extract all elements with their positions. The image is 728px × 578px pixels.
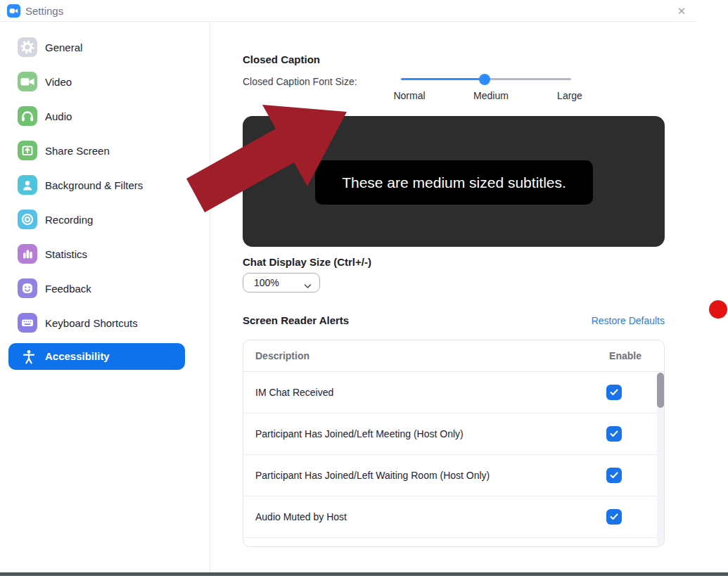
table-row: Participant Has Joined/Left Meeting (Hos…: [243, 413, 664, 455]
table-row: Participant Has Joined/Left Waiting Room…: [243, 455, 664, 496]
close-icon[interactable]: ✕: [670, 1, 694, 20]
closed-caption-heading: Closed Caption: [243, 53, 320, 65]
share-screen-icon: [18, 141, 37, 160]
enable-checkbox[interactable]: [606, 509, 622, 525]
sidebar-item-label: Share Screen: [45, 134, 110, 168]
bottom-edge-bar: [0, 572, 728, 576]
caption-bubble: These are medium sized subtitles.: [315, 160, 593, 205]
chat-display-size-heading: Chat Display Size (Ctrl+/-): [243, 256, 371, 268]
restore-defaults-link[interactable]: Restore Defaults: [592, 315, 665, 326]
annotation-red-dot: [709, 300, 727, 319]
sidebar-item-general[interactable]: General: [0, 30, 210, 65]
sidebar-item-label: Background & Filters: [45, 168, 143, 203]
sidebar-item-label: Audio: [45, 99, 72, 134]
slider-label-medium: Medium: [466, 90, 516, 101]
sidebar-item-label: Recording: [45, 203, 93, 237]
row-description: IM Chat Received: [255, 372, 333, 413]
sidebar-item-keyboard-shortcuts[interactable]: Keyboard Shortcuts: [0, 306, 210, 340]
column-description: Description: [255, 340, 309, 372]
table-row: IM Chat Received: [243, 372, 664, 413]
sidebar-item-share-screen[interactable]: Share Screen: [0, 134, 210, 168]
person-portrait-icon: [18, 175, 37, 195]
enable-checkbox[interactable]: [606, 426, 622, 442]
headphones-icon: [18, 106, 37, 126]
chat-size-select[interactable]: 100%: [243, 273, 320, 293]
slider-label-large: Large: [545, 90, 594, 101]
sidebar-item-label: Statistics: [45, 237, 87, 271]
font-size-slider-thumb[interactable]: [479, 74, 490, 85]
table-scrollbar-track[interactable]: [657, 373, 664, 546]
sidebar-item-video[interactable]: Video: [0, 65, 210, 99]
sidebar-divider: [210, 21, 210, 574]
zoom-logo-icon: [7, 4, 20, 18]
window-title: Settings: [25, 5, 63, 17]
titlebar-divider: [0, 21, 696, 22]
table-scrollbar-thumb[interactable]: [657, 373, 664, 408]
sidebar-item-background-filters[interactable]: Background & Filters: [0, 168, 210, 203]
table-header: Description Enable: [243, 340, 664, 372]
alerts-table: Description Enable IM Chat Received Part…: [243, 340, 665, 547]
sidebar-item-audio[interactable]: Audio: [0, 99, 210, 134]
chat-size-value: 100%: [254, 274, 279, 292]
row-description: Audio Muted by Host: [255, 496, 347, 538]
bar-chart-icon: [18, 244, 37, 264]
video-camera-icon: [18, 72, 37, 91]
smiley-icon: [18, 278, 37, 298]
sidebar-item-statistics[interactable]: Statistics: [0, 237, 210, 271]
gear-icon: [18, 37, 37, 57]
chevron-down-icon: [304, 279, 312, 292]
sidebar-item-feedback[interactable]: Feedback: [0, 271, 210, 306]
settings-window: Settings ✕ General Video: [0, 0, 728, 578]
sidebar-item-label: Keyboard Shortcuts: [45, 306, 138, 340]
table-row: Audio Muted by Host: [243, 496, 664, 538]
column-enable: Enable: [609, 340, 641, 372]
caption-preview-text: These are medium sized subtitles.: [342, 174, 566, 191]
accessibility-icon: [21, 349, 37, 367]
row-description: Participant Has Joined/Left Waiting Room…: [255, 455, 490, 496]
keyboard-icon: [18, 313, 37, 333]
sidebar-item-recording[interactable]: Recording: [0, 203, 210, 237]
sidebar-item-label: Accessibility: [45, 343, 110, 370]
record-icon: [18, 210, 37, 229]
closed-caption-font-size-label: Closed Caption Font Size:: [243, 76, 357, 87]
font-size-slider-track[interactable]: [485, 78, 571, 80]
sidebar-item-accessibility[interactable]: Accessibility: [8, 343, 185, 370]
row-description: Participant Has Joined/Left Meeting (Hos…: [255, 413, 464, 455]
sidebar-item-label: Video: [45, 65, 72, 99]
font-size-slider-track-active[interactable]: [401, 78, 485, 80]
enable-checkbox[interactable]: [606, 468, 622, 483]
slider-label-normal: Normal: [385, 90, 434, 101]
enable-checkbox[interactable]: [606, 385, 622, 400]
sidebar-item-label: General: [45, 30, 82, 65]
caption-preview-panel: These are medium sized subtitles.: [243, 116, 665, 247]
screen-reader-alerts-heading: Screen Reader Alerts: [243, 314, 349, 326]
sidebar-item-label: Feedback: [45, 271, 91, 306]
